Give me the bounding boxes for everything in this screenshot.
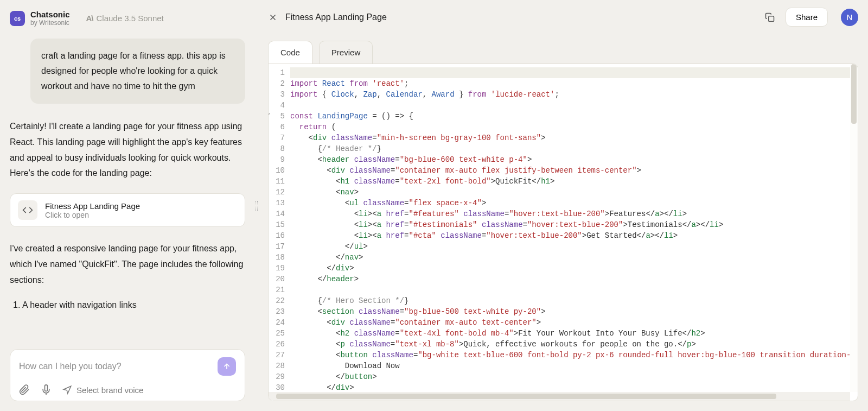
copy-button[interactable] xyxy=(762,9,778,26)
artifact-header: Fitness App Landing Page Share N xyxy=(258,0,868,31)
code-icon xyxy=(18,200,37,220)
mic-button[interactable] xyxy=(41,384,52,395)
editor-horizontal-scrollbar[interactable] xyxy=(269,392,850,401)
close-button[interactable] xyxy=(268,12,278,22)
brand-block: Chatsonic by Writesonic xyxy=(30,10,70,27)
user-avatar[interactable]: N xyxy=(841,9,858,26)
editor-vertical-scrollbar[interactable] xyxy=(850,64,858,392)
artifact-card[interactable]: Fitness App Landing Page Click to open xyxy=(10,193,245,227)
scrollbar-thumb[interactable] xyxy=(276,394,776,399)
divider-handle-icon xyxy=(256,201,258,211)
assistant-list-item-1: 1. A header with navigation links xyxy=(13,300,245,310)
send-button[interactable] xyxy=(218,357,236,376)
chat-header: cs Chatsonic by Writesonic A\ Claude 3.5… xyxy=(10,10,245,27)
line-number-gutter: 1234567891011121314151617181920212223242… xyxy=(269,64,290,401)
composer-input[interactable]: How can I help you today? xyxy=(19,362,122,371)
svg-rect-4 xyxy=(769,16,774,21)
assistant-paragraph-1: Certainly! I'll create a landing page fo… xyxy=(10,119,245,181)
brand-voice-button[interactable]: Select brand voice xyxy=(62,385,143,395)
code-editor[interactable]: 1234567891011121314151617181920212223242… xyxy=(268,64,858,401)
code-content[interactable]: import React from 'react';import { Clock… xyxy=(290,64,858,401)
tab-code[interactable]: Code xyxy=(268,41,312,64)
user-message: craft a landing page for a fitness app. … xyxy=(30,39,245,104)
assistant-paragraph-2: I've created a responsive landing page f… xyxy=(10,241,245,288)
artifact-card-text: Fitness App Landing Page Click to open xyxy=(45,201,140,219)
artifact-panel-title: Fitness App Landing Page xyxy=(285,12,387,22)
model-selector[interactable]: A\ Claude 3.5 Sonnet xyxy=(86,14,164,23)
brand-logo: cs xyxy=(10,11,25,26)
chat-scroll[interactable]: cs Chatsonic by Writesonic A\ Claude 3.5… xyxy=(0,0,255,349)
model-icon: A\ xyxy=(86,14,93,23)
artifact-tabs: Code Preview xyxy=(258,31,868,64)
model-name: Claude 3.5 Sonnet xyxy=(97,14,164,23)
scrollbar-thumb[interactable] xyxy=(851,64,857,124)
attach-button[interactable] xyxy=(19,384,30,395)
artifact-panel: Fitness App Landing Page Share N Code Pr… xyxy=(258,0,868,411)
artifact-card-title: Fitness App Landing Page xyxy=(45,201,140,211)
composer: How can I help you today? Select brand v… xyxy=(0,349,255,411)
brand-byline: by Writesonic xyxy=(30,19,70,27)
artifact-card-subtitle: Click to open xyxy=(45,211,140,219)
share-button[interactable]: Share xyxy=(786,8,828,27)
tab-preview[interactable]: Preview xyxy=(319,41,373,64)
chat-panel: cs Chatsonic by Writesonic A\ Claude 3.5… xyxy=(0,0,255,411)
composer-box[interactable]: How can I help you today? Select brand v… xyxy=(10,349,245,401)
brand-voice-label: Select brand voice xyxy=(76,385,143,395)
brand-name: Chatsonic xyxy=(30,10,70,19)
